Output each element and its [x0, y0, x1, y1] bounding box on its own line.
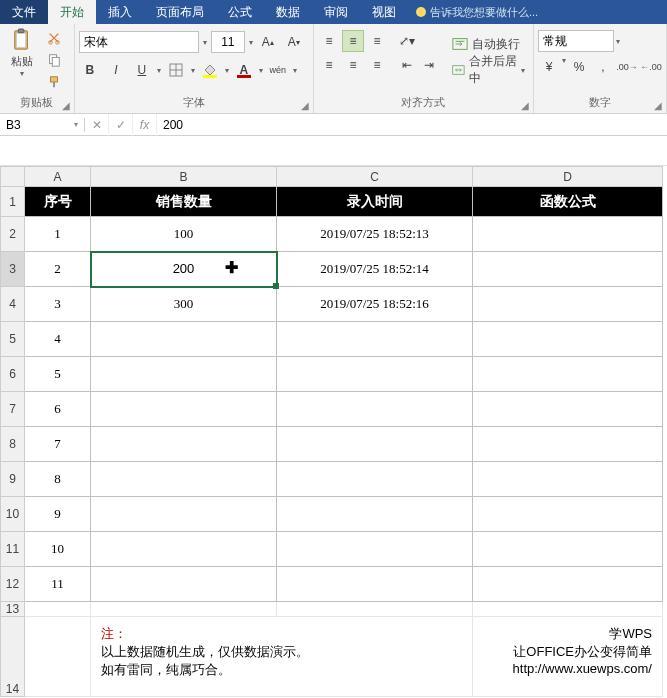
fill-handle[interactable]	[273, 283, 279, 289]
decrease-indent-button[interactable]: ⇤	[396, 54, 418, 76]
note-right[interactable]: 学WPS 让OFFICE办公变得简单 http://www.xuewps.com…	[473, 617, 663, 697]
chevron-down-icon[interactable]: ▾	[562, 56, 566, 78]
formula-input[interactable]	[157, 118, 667, 132]
merge-center-button[interactable]: 合并后居中 ▾	[448, 58, 529, 82]
increase-decimal-button[interactable]: .00→	[616, 56, 638, 78]
tab-data[interactable]: 数据	[264, 0, 312, 24]
row-header-7[interactable]: 7	[1, 392, 25, 427]
cell[interactable]: 2019/07/25 18:52:14	[277, 252, 473, 287]
tell-me-search[interactable]: 告诉我您想要做什么...	[408, 0, 538, 24]
col-header-C[interactable]: C	[277, 167, 473, 187]
note-left[interactable]: 注： 以上数据随机生成，仅供数据演示。 如有雷同，纯属巧合。	[91, 617, 473, 697]
tab-page-layout[interactable]: 页面布局	[144, 0, 216, 24]
cell[interactable]: 100	[91, 217, 277, 252]
active-cell[interactable]: 200 ✚	[91, 252, 277, 287]
cell[interactable]	[91, 567, 277, 602]
cell[interactable]	[473, 567, 663, 602]
cell[interactable]: 序号	[25, 187, 91, 217]
cell[interactable]	[473, 602, 663, 617]
row-header-4[interactable]: 4	[1, 287, 25, 322]
row-header-8[interactable]: 8	[1, 427, 25, 462]
align-left-button[interactable]: ≡	[318, 54, 340, 76]
chevron-down-icon[interactable]: ▾	[249, 38, 253, 47]
cell[interactable]	[91, 322, 277, 357]
cell[interactable]	[473, 252, 663, 287]
cell[interactable]	[91, 392, 277, 427]
row-header-3[interactable]: 3	[1, 252, 25, 287]
comma-button[interactable]: ,	[592, 56, 614, 78]
underline-button[interactable]: U	[131, 59, 153, 81]
row-header-11[interactable]: 11	[1, 532, 25, 567]
insert-function-button[interactable]: fx	[133, 114, 157, 136]
cell[interactable]	[473, 497, 663, 532]
tab-file[interactable]: 文件	[0, 0, 48, 24]
cell[interactable]	[277, 532, 473, 567]
decrease-font-button[interactable]: A▾	[283, 31, 305, 53]
cell[interactable]: 函数公式	[473, 187, 663, 217]
cell[interactable]	[277, 462, 473, 497]
chevron-down-icon[interactable]: ▾	[191, 66, 195, 75]
tab-review[interactable]: 审阅	[312, 0, 360, 24]
accounting-format-button[interactable]: ¥	[538, 56, 560, 78]
format-painter-button[interactable]	[44, 72, 64, 92]
font-size-select[interactable]	[211, 31, 245, 53]
cell[interactable]: 11	[25, 567, 91, 602]
cell[interactable]: 9	[25, 497, 91, 532]
cell[interactable]	[91, 497, 277, 532]
name-box[interactable]: B3 ▾	[0, 118, 85, 132]
cell[interactable]: 300	[91, 287, 277, 322]
align-right-button[interactable]: ≡	[366, 54, 388, 76]
cell[interactable]	[473, 532, 663, 567]
cell[interactable]	[473, 357, 663, 392]
font-dialog-launcher[interactable]: ◢	[299, 99, 311, 111]
cell[interactable]: 4	[25, 322, 91, 357]
paste-button[interactable]: 粘贴 ▾	[4, 26, 40, 78]
cell[interactable]: 录入时间	[277, 187, 473, 217]
cell[interactable]: 2019/07/25 18:52:13	[277, 217, 473, 252]
row-header-14[interactable]: 14	[1, 617, 25, 697]
row-header-6[interactable]: 6	[1, 357, 25, 392]
row-header-9[interactable]: 9	[1, 462, 25, 497]
align-dialog-launcher[interactable]: ◢	[519, 99, 531, 111]
percent-button[interactable]: %	[568, 56, 590, 78]
chevron-down-icon[interactable]: ▾	[616, 37, 620, 46]
col-header-B[interactable]: B	[91, 167, 277, 187]
cell[interactable]: 销售数量	[91, 187, 277, 217]
row-header-5[interactable]: 5	[1, 322, 25, 357]
align-bottom-button[interactable]: ≡	[366, 30, 388, 52]
col-header-A[interactable]: A	[25, 167, 91, 187]
increase-font-button[interactable]: A▴	[257, 31, 279, 53]
cell[interactable]	[277, 357, 473, 392]
font-name-select[interactable]	[79, 31, 199, 53]
row-header-12[interactable]: 12	[1, 567, 25, 602]
cell[interactable]: 2	[25, 252, 91, 287]
chevron-down-icon[interactable]: ▾	[293, 66, 297, 75]
cell[interactable]	[91, 602, 277, 617]
chevron-down-icon[interactable]: ▾	[225, 66, 229, 75]
cell[interactable]	[91, 532, 277, 567]
phonetic-button[interactable]: wén	[267, 59, 289, 81]
cell[interactable]: 10	[25, 532, 91, 567]
font-color-button[interactable]: A	[233, 59, 255, 81]
row-header-1[interactable]: 1	[1, 187, 25, 217]
align-top-button[interactable]: ≡	[318, 30, 340, 52]
italic-button[interactable]: I	[105, 59, 127, 81]
cell[interactable]	[473, 322, 663, 357]
cancel-formula-button[interactable]: ✕	[85, 114, 109, 136]
cell[interactable]	[473, 427, 663, 462]
fill-color-button[interactable]	[199, 59, 221, 81]
chevron-down-icon[interactable]: ▾	[259, 66, 263, 75]
cell[interactable]	[91, 357, 277, 392]
tab-home[interactable]: 开始	[48, 0, 96, 24]
cell[interactable]: 1	[25, 217, 91, 252]
accept-formula-button[interactable]: ✓	[109, 114, 133, 136]
number-format-select[interactable]	[538, 30, 614, 52]
cell[interactable]	[277, 427, 473, 462]
clipboard-dialog-launcher[interactable]: ◢	[60, 99, 72, 111]
cell[interactable]	[473, 287, 663, 322]
bold-button[interactable]: B	[79, 59, 101, 81]
cell[interactable]	[277, 602, 473, 617]
spreadsheet[interactable]: A B C D 1 序号 销售数量 录入时间 函数公式 2 1 100 2019…	[0, 166, 667, 697]
align-middle-button[interactable]: ≡	[342, 30, 364, 52]
number-dialog-launcher[interactable]: ◢	[652, 99, 664, 111]
